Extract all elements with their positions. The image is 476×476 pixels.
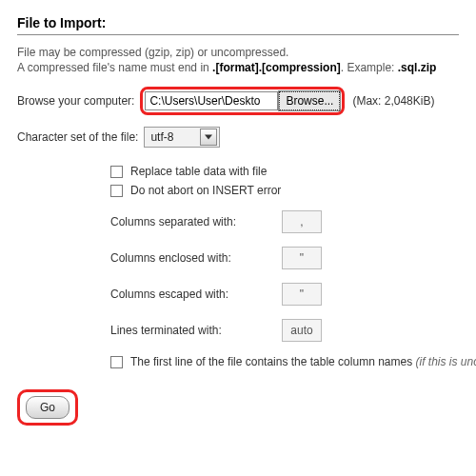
charset-row: Character set of the file: utf-8: [17, 127, 459, 148]
replace-data-label: Replace table data with file: [130, 165, 267, 178]
lines-terminated-input[interactable]: [282, 319, 322, 342]
no-abort-checkbox[interactable]: [110, 185, 123, 197]
max-size-label: (Max: 2,048KiB): [352, 94, 434, 108]
charset-select[interactable]: utf-8: [144, 127, 220, 148]
file-input-highlight: Browse...: [140, 87, 345, 115]
first-line-hint: (if this is unche: [416, 355, 477, 368]
columns-separated-label: Columns separated with:: [110, 215, 282, 228]
info-line-2: A compressed file's name must end in .[f…: [17, 60, 459, 75]
replace-data-row: Replace table data with file: [110, 165, 459, 178]
lines-terminated-label: Lines terminated with:: [110, 324, 282, 337]
format-example: .sql.zip: [398, 61, 437, 74]
columns-separated-input[interactable]: [282, 210, 322, 233]
info-line-1: File may be compressed (gzip, zip) or un…: [17, 45, 459, 60]
columns-enclosed-label: Columns enclosed with:: [110, 251, 282, 265]
browse-button[interactable]: Browse...: [279, 91, 340, 110]
first-line-checkbox[interactable]: [110, 356, 123, 368]
first-line-row: The first line of the file contains the …: [110, 355, 459, 368]
file-row: Browse your computer: Browse... (Max: 2,…: [17, 87, 459, 115]
format-pattern: .[format].[compression]: [212, 61, 341, 74]
columns-enclosed-input[interactable]: [282, 247, 322, 269]
browse-label: Browse your computer:: [17, 94, 134, 108]
chevron-down-icon: [200, 129, 217, 146]
columns-escaped-input[interactable]: [282, 283, 322, 306]
columns-escaped-label: Columns escaped with:: [110, 288, 282, 301]
go-button[interactable]: Go: [26, 396, 69, 419]
divider: [17, 34, 459, 35]
go-button-highlight: Go: [17, 389, 78, 426]
no-abort-label: Do not abort on INSERT error: [130, 184, 281, 197]
file-path-input[interactable]: [145, 91, 278, 110]
no-abort-row: Do not abort on INSERT error: [110, 184, 459, 197]
options-block: Replace table data with file Do not abor…: [110, 165, 459, 342]
first-line-label: The first line of the file contains the …: [130, 355, 416, 368]
lines-terminated-row: Lines terminated with:: [110, 319, 459, 342]
columns-escaped-row: Columns escaped with:: [110, 283, 459, 306]
charset-label: Character set of the file:: [17, 130, 138, 144]
section-heading: File to Import:: [17, 15, 459, 30]
first-line-block: The first line of the file contains the …: [110, 355, 459, 368]
columns-separated-row: Columns separated with:: [110, 210, 459, 233]
charset-value: utf-8: [150, 130, 173, 144]
columns-enclosed-row: Columns enclosed with:: [110, 247, 459, 269]
info-line-2-pre: A compressed file's name must end in: [17, 61, 212, 74]
replace-data-checkbox[interactable]: [110, 166, 123, 178]
info-line-2-mid: . Example:: [341, 61, 398, 74]
